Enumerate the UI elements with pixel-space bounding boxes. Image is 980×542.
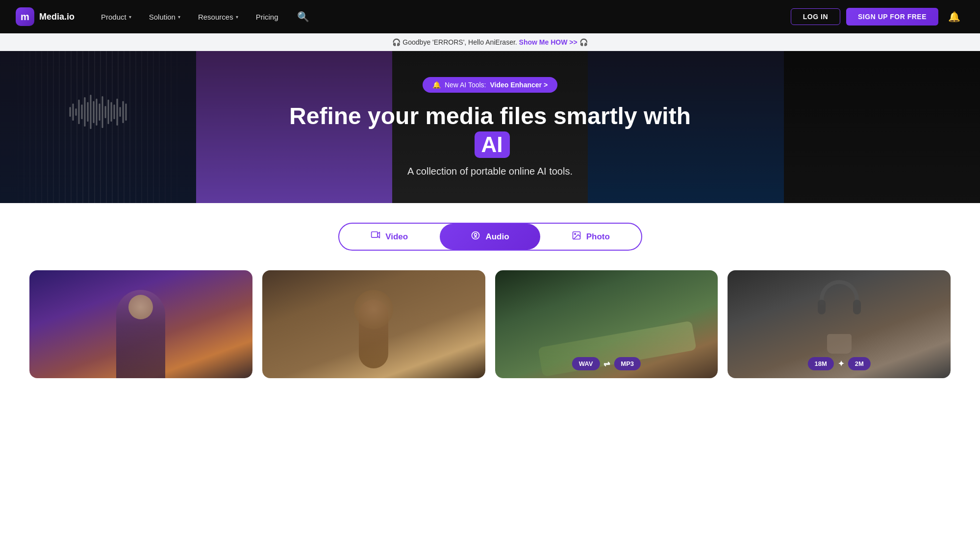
navbar: m Media.io Product ▾ Solution ▾ Resource… xyxy=(0,0,980,33)
logo-text: Media.io xyxy=(39,12,75,22)
badge-prefix: New AI Tools: xyxy=(445,81,486,89)
chevron-down-icon: ▾ xyxy=(129,14,131,20)
image-icon xyxy=(572,231,581,243)
tabs-section: Video Audio Photo xyxy=(0,203,980,265)
ai-badge: AI xyxy=(475,131,510,158)
bell-icon[interactable]: 🔔 xyxy=(944,9,964,25)
chevron-down-icon: ▾ xyxy=(236,14,238,20)
svg-rect-0 xyxy=(372,232,378,238)
nav-item-pricing[interactable]: Pricing xyxy=(249,9,285,25)
search-icon[interactable]: 🔍 xyxy=(289,7,317,26)
tabs-container: Video Audio Photo xyxy=(338,223,642,251)
card-guitar-books[interactable] xyxy=(262,270,485,378)
card-woman-mic[interactable] xyxy=(29,270,252,378)
card-badge-wav: WAV xyxy=(572,357,600,370)
nav-item-solution[interactable]: Solution ▾ xyxy=(142,9,187,25)
badge-icon: 🔔 xyxy=(432,81,441,89)
card-3-badges: WAV ⇌ MP3 xyxy=(572,357,641,370)
announcement-emoji: 🎧 xyxy=(579,38,588,46)
card-4-badges: 18M ✦ 2M xyxy=(807,357,870,370)
svg-point-4 xyxy=(575,233,576,235)
nav-item-product[interactable]: Product ▾ xyxy=(94,9,138,25)
mic-icon xyxy=(471,231,480,243)
nav-links: Product ▾ Solution ▾ Resources ▾ Pricing… xyxy=(94,7,791,26)
login-button[interactable]: LOG IN xyxy=(791,8,840,25)
announcement-link[interactable]: Show Me HOW >> xyxy=(519,38,578,46)
announcement-bar: 🎧 Goodbye 'ERRORS', Hello AniEraser. Sho… xyxy=(0,33,980,51)
card-badge-sparkle: ✦ xyxy=(838,359,844,368)
badge-cta: Video Enhancer > xyxy=(490,81,548,89)
tab-audio[interactable]: Audio xyxy=(440,224,540,250)
cards-section: WAV ⇌ MP3 18M ✦ 2M xyxy=(0,265,980,398)
video-icon xyxy=(371,231,380,243)
card-badge-mp3: MP3 xyxy=(614,357,641,370)
hero-badge[interactable]: 🔔 New AI Tools: Video Enhancer > xyxy=(423,77,557,93)
tab-photo-label: Photo xyxy=(586,232,610,242)
nav-item-resources[interactable]: Resources ▾ xyxy=(191,9,245,25)
tab-photo[interactable]: Photo xyxy=(540,224,641,250)
card-badge-2m: 2M xyxy=(848,357,871,370)
nav-right: LOG IN SIGN UP FOR FREE 🔔 xyxy=(791,8,964,26)
logo-icon: m xyxy=(16,7,34,26)
tab-video-label: Video xyxy=(385,232,408,242)
card-badge-arrow: ⇌ xyxy=(603,359,610,368)
hero-subtitle: A collection of portable online AI tools… xyxy=(270,166,711,177)
signup-button[interactable]: SIGN UP FOR FREE xyxy=(846,8,938,26)
hero-content: 🔔 New AI Tools: Video Enhancer > Refine … xyxy=(260,77,721,178)
hero-title: Refine your media files smartly with AI xyxy=(270,103,711,158)
card-headphones-coffee[interactable]: 18M ✦ 2M xyxy=(728,270,951,378)
card-hands-guitar[interactable]: WAV ⇌ MP3 xyxy=(495,270,718,378)
tab-audio-label: Audio xyxy=(485,232,509,242)
card-1-image xyxy=(29,270,252,378)
card-badge-18m: 18M xyxy=(807,357,833,370)
logo[interactable]: m Media.io xyxy=(16,7,75,26)
hero-title-text: Refine your media files smartly with xyxy=(289,103,691,129)
card-2-image xyxy=(262,270,485,378)
hero-section: 🔔 New AI Tools: Video Enhancer > Refine … xyxy=(0,51,980,203)
tab-video[interactable]: Video xyxy=(339,224,440,250)
chevron-down-icon: ▾ xyxy=(178,14,180,20)
announcement-text: 🎧 Goodbye 'ERRORS', Hello AniEraser. xyxy=(392,38,517,46)
